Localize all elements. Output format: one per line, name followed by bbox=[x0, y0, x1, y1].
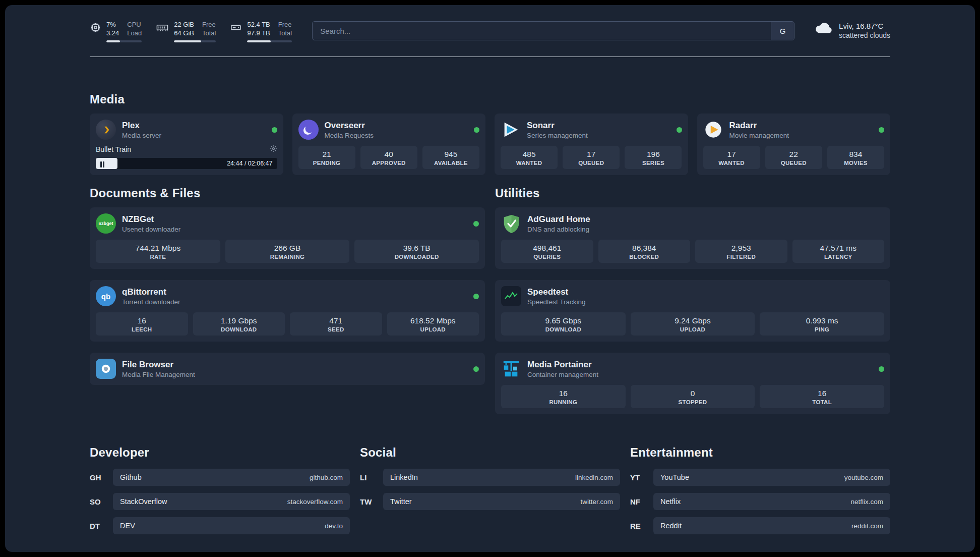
card-qbittorrent[interactable]: qb qBittorrent Torrent downloader 16 LEE… bbox=[90, 280, 485, 342]
bookmark-group-title: Entertainment bbox=[630, 445, 890, 460]
disk-progress-bar bbox=[247, 40, 292, 42]
bookmark-dev[interactable]: DT DEV dev.to bbox=[90, 517, 350, 534]
stat-upload: 9.24 Gbps UPLOAD bbox=[631, 312, 755, 336]
stat-blocked: 86,384 BLOCKED bbox=[598, 240, 691, 263]
status-dot bbox=[474, 127, 479, 133]
sonarr-icon bbox=[501, 120, 521, 140]
search-engine-button[interactable]: G bbox=[771, 22, 794, 40]
speedtest-icon bbox=[501, 286, 521, 306]
cpu-load-value: 3.24 bbox=[106, 29, 119, 37]
portainer-icon bbox=[501, 359, 521, 379]
section-title-documents: Documents & Files bbox=[90, 186, 485, 200]
topbar: 7% 3.24 CPU Load bbox=[90, 5, 890, 42]
section-documents: Documents & Files nzbget NZBGet Usenet d… bbox=[90, 186, 485, 385]
memory-widget: 22 GiB 64 GiB Free Total bbox=[156, 20, 216, 42]
card-filebrowser[interactable]: File Browser Media File Management bbox=[90, 353, 485, 385]
service-name: File Browser bbox=[122, 359, 195, 370]
pause-icon[interactable] bbox=[100, 160, 105, 169]
service-name: Plex bbox=[122, 120, 161, 131]
bookmark-name: Github bbox=[120, 473, 142, 481]
stat-wanted: 485 WANTED bbox=[501, 146, 558, 169]
memory-progress-bar bbox=[174, 40, 216, 42]
stat-wanted: 17 WANTED bbox=[703, 146, 760, 169]
card-plex[interactable]: Plex Media server Bullet Train bbox=[90, 114, 283, 175]
card-overseerr[interactable]: Overseerr Media Requests 21 PENDING 40 A… bbox=[292, 114, 486, 175]
weather-location: Lviv, 16.87°C bbox=[839, 21, 890, 31]
playback-progress-bar[interactable]: 24:44 / 02:06:47 bbox=[96, 158, 277, 169]
memory-icon bbox=[156, 22, 169, 42]
service-name: NZBGet bbox=[122, 214, 180, 225]
memory-free-value: 22 GiB bbox=[174, 20, 194, 29]
card-portainer[interactable]: Media Portainer Container management 16 … bbox=[495, 353, 890, 414]
stat-stopped: 0 STOPPED bbox=[631, 385, 755, 408]
bookmark-group-entertainment: Entertainment YT YouTube youtube.com NF … bbox=[630, 445, 890, 541]
bookmark-abbr: YT bbox=[630, 469, 653, 486]
stat-download: 9.65 Gbps DOWNLOAD bbox=[501, 312, 626, 336]
bookmark-url: reddit.com bbox=[851, 522, 883, 530]
bookmark-name: Reddit bbox=[660, 522, 682, 530]
search-input[interactable] bbox=[313, 22, 771, 40]
bookmark-url: github.com bbox=[310, 474, 343, 481]
bookmark-abbr: TW bbox=[360, 493, 383, 510]
filebrowser-icon bbox=[96, 359, 116, 379]
cpu-widget: 7% 3.24 CPU Load bbox=[90, 20, 142, 42]
search-bar: G bbox=[312, 21, 794, 40]
cloud-icon bbox=[815, 21, 833, 40]
card-sonarr[interactable]: Sonarr Series management 485 WANTED 17 Q… bbox=[495, 114, 688, 175]
section-title-media: Media bbox=[90, 92, 890, 106]
bookmark-url: dev.to bbox=[325, 522, 343, 530]
cpu-icon bbox=[90, 22, 101, 42]
service-subtitle: Movie management bbox=[729, 132, 789, 140]
stat-queries: 498,461 QUERIES bbox=[501, 240, 593, 263]
stat-pending: 21 PENDING bbox=[298, 146, 355, 169]
weather-condition: scattered clouds bbox=[839, 31, 890, 40]
bookmark-reddit[interactable]: RE Reddit reddit.com bbox=[630, 517, 890, 534]
gear-icon[interactable] bbox=[270, 145, 277, 154]
bookmark-abbr: RE bbox=[630, 517, 653, 534]
stat-approved: 40 APPROVED bbox=[360, 146, 417, 169]
adguard-icon bbox=[501, 213, 521, 234]
memory-total-value: 64 GiB bbox=[174, 29, 194, 37]
cpu-progress-fill bbox=[106, 40, 120, 42]
service-subtitle: Torrent downloader bbox=[122, 298, 180, 306]
bookmark-group-title: Social bbox=[360, 445, 620, 460]
bookmark-abbr: GH bbox=[90, 469, 113, 486]
status-dot bbox=[879, 366, 884, 372]
bookmark-netflix[interactable]: NF Netflix netflix.com bbox=[630, 493, 890, 510]
service-subtitle: Media server bbox=[122, 132, 161, 140]
bookmark-url: linkedin.com bbox=[575, 474, 613, 481]
weather-widget[interactable]: Lviv, 16.87°C scattered clouds bbox=[815, 21, 890, 40]
bookmark-url: youtube.com bbox=[844, 474, 883, 481]
qbittorrent-icon: qb bbox=[96, 286, 116, 306]
bookmark-github[interactable]: GH Github github.com bbox=[90, 469, 350, 486]
service-name: Media Portainer bbox=[527, 359, 598, 370]
section-media: Media Plex Media server bbox=[90, 92, 890, 175]
plex-icon bbox=[96, 120, 116, 140]
cpu-usage-label: CPU bbox=[127, 20, 142, 29]
radarr-icon bbox=[703, 120, 723, 140]
service-name: Sonarr bbox=[527, 120, 588, 131]
bookmark-twitter[interactable]: TW Twitter twitter.com bbox=[360, 493, 620, 510]
service-subtitle: Usenet downloader bbox=[122, 226, 180, 234]
card-nzbget[interactable]: nzbget NZBGet Usenet downloader 744.21 M… bbox=[90, 207, 485, 269]
bookmark-url: twitter.com bbox=[580, 498, 613, 506]
status-dot bbox=[473, 221, 479, 227]
bookmark-name: Twitter bbox=[390, 497, 412, 506]
disk-free-value: 52.4 TB bbox=[247, 20, 270, 29]
bookmark-group-title: Developer bbox=[90, 445, 350, 460]
bookmark-linkedin[interactable]: LI LinkedIn linkedin.com bbox=[360, 469, 620, 486]
bookmark-abbr: NF bbox=[630, 493, 653, 510]
disk-total-label: Total bbox=[278, 29, 292, 37]
service-name: Radarr bbox=[729, 120, 789, 131]
bookmark-stackoverflow[interactable]: SO StackOverflow stackoverflow.com bbox=[90, 493, 350, 510]
bookmark-group-developer: Developer GH Github github.com SO StackO… bbox=[90, 445, 350, 541]
disk-total-value: 97.9 TB bbox=[247, 29, 270, 37]
card-radarr[interactable]: Radarr Movie management 17 WANTED 22 QUE… bbox=[697, 114, 891, 175]
bookmark-youtube[interactable]: YT YouTube youtube.com bbox=[630, 469, 890, 486]
bookmark-url: stackoverflow.com bbox=[287, 498, 343, 506]
stat-total: 16 TOTAL bbox=[760, 385, 884, 408]
card-speedtest[interactable]: Speedtest Speedtest Tracking 9.65 Gbps D… bbox=[495, 280, 890, 342]
card-adguard[interactable]: AdGuard Home DNS and adblocking 498,461 … bbox=[495, 207, 890, 269]
bookmark-name: YouTube bbox=[660, 473, 689, 481]
bookmark-url: netflix.com bbox=[850, 498, 883, 506]
